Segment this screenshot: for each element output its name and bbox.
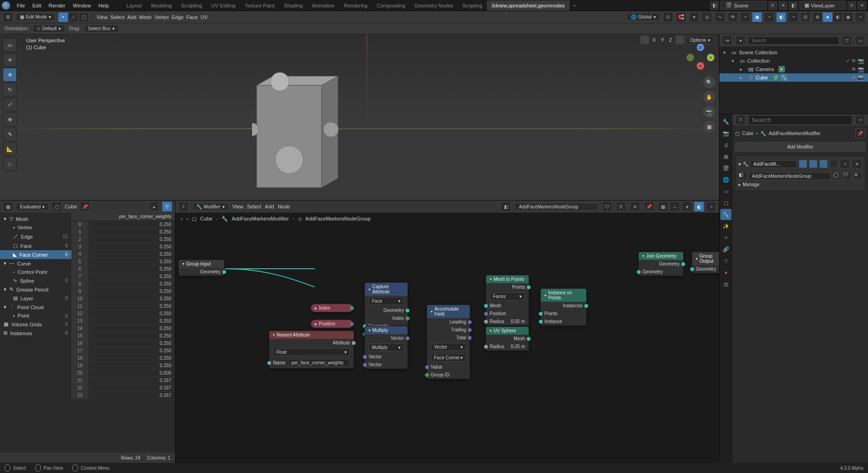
accum-type[interactable]: Vector▾ xyxy=(431,343,466,351)
gizmo-icon[interactable]: ◉ xyxy=(752,12,762,22)
prop-tab-world[interactable]: 🌐 xyxy=(720,174,732,185)
menu-render[interactable]: Render xyxy=(45,3,69,8)
orientation-value[interactable]: ⊹Default▾ xyxy=(32,25,65,32)
accum-domain[interactable]: Face Corner▾ xyxy=(431,354,466,362)
table-row[interactable]: 90.250 xyxy=(71,288,175,295)
node-canvas[interactable]: ▾Group Input Geometry ▸Index ▸Position ▾… xyxy=(175,225,719,463)
render-icon[interactable]: 📷 xyxy=(858,66,864,72)
outliner-cube[interactable]: ▸▽Cube▽🔧👁📷 xyxy=(719,73,868,82)
prop-tab-tool[interactable]: 🔧 xyxy=(720,116,732,127)
table-row[interactable]: 230.167 xyxy=(71,392,175,399)
axis-x-dot[interactable]: X xyxy=(697,62,704,70)
shading-render-icon[interactable]: ◉ xyxy=(843,12,853,22)
overlay-icon[interactable]: ◐ xyxy=(776,12,786,22)
prop-tab-data[interactable]: ▽ xyxy=(720,255,732,266)
ss-selected-only-icon[interactable]: ▸ xyxy=(149,201,159,212)
node-position[interactable]: ▸Position xyxy=(311,319,353,328)
proportional-opts-icon[interactable]: ∿ xyxy=(715,12,725,22)
menu-file[interactable]: File xyxy=(13,3,29,8)
navigation-gizmo[interactable]: Z Y X xyxy=(687,44,714,71)
prop-tab-modifier[interactable]: 🔧 xyxy=(720,209,732,220)
axis-z-dot[interactable]: Z xyxy=(697,44,704,51)
domain-spline[interactable]: ∿Spline0 xyxy=(0,276,71,285)
pin-icon[interactable]: 📌 xyxy=(855,128,865,138)
domain-instances[interactable]: ⧉Instances6 xyxy=(0,329,71,337)
spreadsheet-editor-icon[interactable]: ▦ xyxy=(3,201,13,212)
node-group-input[interactable]: ▾Group Input Geometry xyxy=(178,259,225,276)
scene-new-icon[interactable]: ⎘ xyxy=(769,1,777,10)
header-options[interactable]: Options▾ xyxy=(686,36,714,44)
ss-pin-icon[interactable]: 📌 xyxy=(80,201,90,212)
header-vertex[interactable]: Vertex xyxy=(155,14,169,20)
outliner-editor-icon[interactable]: ≔ xyxy=(722,35,732,45)
domain-control-point[interactable]: ◦Control Point xyxy=(0,268,71,276)
ne-nodegroup-field[interactable]: AddFaceMarkersNodeGroup xyxy=(515,203,598,211)
proportional-icon[interactable]: ◎ xyxy=(702,12,712,22)
viewlayer-name-field[interactable]: ▦ViewLayer xyxy=(799,1,846,10)
ne-node[interactable]: Node xyxy=(278,204,290,209)
axis-y-dot[interactable]: Y xyxy=(707,54,714,61)
outliner-new-collection-icon[interactable]: ▭ xyxy=(855,35,865,45)
header-edge[interactable]: Edge xyxy=(172,14,184,20)
prop-editor-icon[interactable]: ⫴ xyxy=(735,115,745,125)
check-icon[interactable]: ✓ xyxy=(846,58,850,64)
menu-help[interactable]: Help xyxy=(95,3,113,8)
table-row[interactable]: 140.250 xyxy=(71,325,175,332)
header-select[interactable]: Select xyxy=(110,14,125,20)
ss-object-icon[interactable]: ▢ xyxy=(52,201,62,212)
select-vertex-icon[interactable]: • xyxy=(58,12,68,22)
table-row[interactable]: 80.250 xyxy=(71,280,175,288)
ne-overlay-3[interactable]: ▾ xyxy=(682,201,692,212)
render-icon[interactable]: 📷 xyxy=(858,58,864,64)
node-named-attribute[interactable]: ▾Named Attribute Attribute Float▾ Namepe… xyxy=(269,330,354,369)
node-group-output[interactable]: ▾Group Output Geometry xyxy=(692,252,719,273)
ne-view[interactable]: View xyxy=(233,204,244,209)
ov-1[interactable] xyxy=(640,35,649,45)
nodegroup-unlink-icon[interactable]: ✕ xyxy=(854,172,862,180)
nodegroup-name-field[interactable]: AddFaceMarkersNodeGroup xyxy=(749,172,831,180)
mtp-domain[interactable]: Faces▾ xyxy=(490,292,525,300)
table-row[interactable]: 40.250 xyxy=(71,251,175,258)
header-uv[interactable]: UV xyxy=(201,14,207,20)
table-row[interactable]: 100.250 xyxy=(71,295,175,303)
node-mesh-to-points[interactable]: ▾Mesh to Points Points Faces▾ Mesh Posit… xyxy=(486,275,529,326)
tab-custom[interactable]: 3dview,spreadsheet,geomnodes xyxy=(487,0,570,11)
table-row[interactable]: 130.250 xyxy=(71,317,175,325)
drag-value[interactable]: Select Box▾ xyxy=(84,25,119,32)
table-row[interactable]: 160.250 xyxy=(71,340,175,347)
table-row[interactable]: 10.250 xyxy=(71,228,175,236)
tool-annotate[interactable]: ✎ xyxy=(3,127,17,141)
scene-name-field[interactable]: 🎬Scene xyxy=(720,1,767,10)
named-attr-type[interactable]: Float▾ xyxy=(273,348,350,356)
domain-face[interactable]: ▢Face6 xyxy=(0,241,71,250)
table-row[interactable]: 30.250 xyxy=(71,243,175,251)
pan-icon[interactable]: ✋ xyxy=(703,91,715,103)
prop-tab-particles[interactable]: ✨ xyxy=(720,220,732,232)
camera-icon[interactable]: 📷 xyxy=(703,106,715,118)
axis-x-label[interactable]: X xyxy=(651,38,658,43)
prop-tab-render[interactable]: 📷 xyxy=(720,128,732,139)
shading-wire-icon[interactable]: ⊕ xyxy=(812,12,823,22)
mod-delete-icon[interactable]: ✕ xyxy=(852,159,862,169)
snap-icon[interactable]: 🧲 xyxy=(676,12,686,22)
node-multiply[interactable]: ▾Multiply Vector Multiply▾ Vector Vector xyxy=(364,326,408,369)
tool-scale[interactable]: ⤢ xyxy=(3,97,17,111)
tab-texturepaint[interactable]: Texture Paint xyxy=(240,0,279,11)
outliner-display-icon[interactable]: ▾ xyxy=(735,35,745,45)
ne-unlink-icon[interactable]: ✕ xyxy=(630,201,640,212)
scene-del-icon[interactable]: ✕ xyxy=(779,1,787,10)
manage-label[interactable]: Manage xyxy=(743,182,759,187)
capture-domain[interactable]: Face▾ xyxy=(369,297,404,305)
domain-point[interactable]: •Point0 xyxy=(0,311,71,320)
ne-browse-icon[interactable]: ◧ xyxy=(501,201,511,212)
tab-animation[interactable]: Animation xyxy=(307,0,339,11)
mod-editmode-icon[interactable] xyxy=(809,160,817,168)
tool-rotate[interactable]: ↻ xyxy=(3,83,17,97)
mod-extras-icon[interactable] xyxy=(840,159,850,169)
shading-matprev-icon[interactable]: ◐ xyxy=(833,12,843,22)
domain-mesh[interactable]: ▾▽Mesh xyxy=(0,214,71,223)
ne-select[interactable]: Select xyxy=(247,204,261,209)
axis-neg-y-dot[interactable] xyxy=(687,54,694,61)
mod-cage-icon[interactable] xyxy=(829,160,838,168)
multiply-op[interactable]: Multiply▾ xyxy=(369,343,404,351)
